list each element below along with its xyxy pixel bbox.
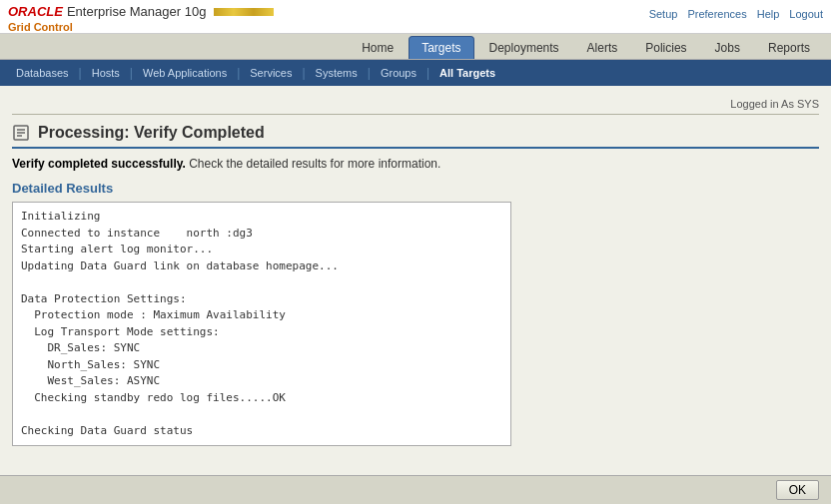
nav-tab-policies[interactable]: Policies [632,36,699,59]
subnav-sep1: | [77,66,84,80]
header-links: Setup Preferences Help Logout [649,4,823,20]
logged-in-bar: Logged in As SYS [12,94,819,115]
help-link[interactable]: Help [757,8,780,20]
header: ORACLE Enterprise Manager 10g Grid Contr… [0,0,831,34]
logged-in-text: Logged in As SYS [730,98,819,110]
nav-tab-reports[interactable]: Reports [755,36,823,59]
em-text: Enterprise Manager 10g [67,4,206,19]
subnav-hosts[interactable]: Hosts [84,67,128,79]
subnav-systems[interactable]: Systems [308,67,366,79]
results-box[interactable]: Initializing Connected to instance north… [13,203,510,442]
ok-button[interactable]: OK [776,480,819,500]
success-rest: Check the detailed results for more info… [189,157,440,171]
logo-area: ORACLE Enterprise Manager 10g Grid Contr… [8,4,274,33]
setup-link[interactable]: Setup [649,8,678,20]
subnav-groups[interactable]: Groups [373,67,424,79]
main-nav: Home Targets Deployments Alerts Policies… [0,34,831,60]
results-box-container: Initializing Connected to instance north… [12,202,511,446]
oracle-logo: ORACLE [8,4,63,19]
subnav-sep2: | [128,66,135,80]
sub-nav: Databases | Hosts | Web Applications | S… [0,60,831,86]
subnav-sep3: | [235,66,242,80]
subnav-services[interactable]: Services [242,67,300,79]
success-message: Verify completed successfully. Check the… [12,157,819,171]
subnav-sep4: | [300,66,307,80]
subnav-databases[interactable]: Databases [8,67,77,79]
subnav-sep5: | [366,66,373,80]
subnav-webapps[interactable]: Web Applications [135,67,235,79]
page-icon [12,123,32,143]
nav-tab-home[interactable]: Home [349,36,407,59]
bottom-bar: OK [0,475,831,504]
subnav-sep6: | [424,66,431,80]
nav-tab-alerts[interactable]: Alerts [574,36,631,59]
subnav-all-targets[interactable]: All Targets [431,67,503,79]
nav-tab-deployments[interactable]: Deployments [476,36,572,59]
preferences-link[interactable]: Preferences [687,8,746,20]
nav-tab-targets[interactable]: Targets [409,36,473,59]
content-area: Logged in As SYS Processing: Verify Comp… [0,86,831,454]
success-bold: Verify completed successfully. [12,157,186,171]
detailed-results-title: Detailed Results [12,181,819,196]
page-title-area: Processing: Verify Completed [12,123,819,149]
grid-control-label: Grid Control [8,21,274,33]
page-title: Processing: Verify Completed [38,124,265,142]
logout-link[interactable]: Logout [789,8,823,20]
logo-top: ORACLE Enterprise Manager 10g [8,4,274,19]
nav-tab-jobs[interactable]: Jobs [702,36,753,59]
em-stripe-decoration [214,8,274,16]
